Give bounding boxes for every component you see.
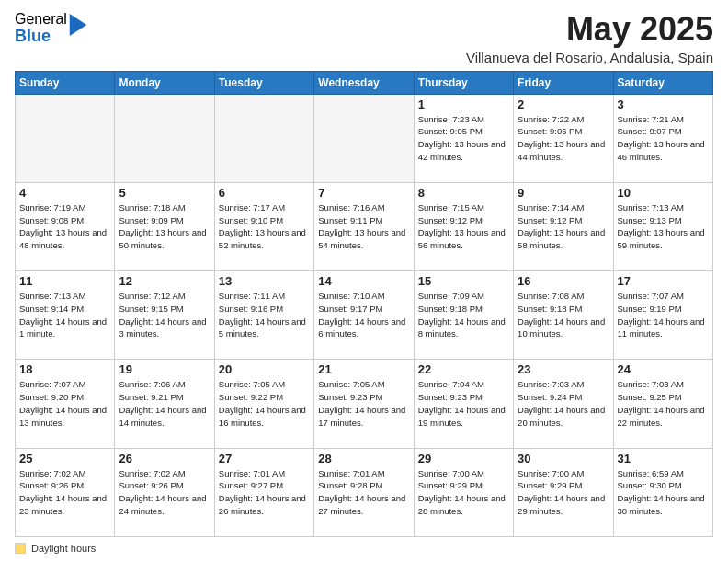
day-number: 13 <box>219 274 310 288</box>
calendar-cell: 16Sunrise: 7:08 AM Sunset: 9:18 PM Dayli… <box>514 271 613 360</box>
calendar-cell: 26Sunrise: 7:02 AM Sunset: 9:26 PM Dayli… <box>115 448 214 536</box>
day-info: Sunrise: 7:15 AM Sunset: 9:12 PM Dayligh… <box>418 201 509 252</box>
day-number: 9 <box>518 186 609 200</box>
day-info: Sunrise: 7:00 AM Sunset: 9:29 PM Dayligh… <box>518 467 609 518</box>
weekday-header-monday: Monday <box>115 71 214 94</box>
day-info: Sunrise: 7:03 AM Sunset: 9:24 PM Dayligh… <box>518 378 609 429</box>
calendar-cell: 1Sunrise: 7:23 AM Sunset: 9:05 PM Daylig… <box>414 94 513 182</box>
calendar-cell: 13Sunrise: 7:11 AM Sunset: 9:16 PM Dayli… <box>214 271 313 360</box>
day-number: 3 <box>618 98 709 111</box>
week-row-1: 1Sunrise: 7:23 AM Sunset: 9:05 PM Daylig… <box>16 94 713 182</box>
weekday-header-wednesday: Wednesday <box>314 71 414 94</box>
day-info: Sunrise: 7:07 AM Sunset: 9:20 PM Dayligh… <box>19 378 110 429</box>
calendar-cell <box>115 94 214 182</box>
calendar-cell: 30Sunrise: 7:00 AM Sunset: 9:29 PM Dayli… <box>514 448 613 536</box>
day-info: Sunrise: 7:05 AM Sunset: 9:23 PM Dayligh… <box>318 378 409 429</box>
daylight-label: Daylight hours <box>31 543 96 554</box>
svg-marker-0 <box>70 14 86 36</box>
day-info: Sunrise: 7:17 AM Sunset: 9:10 PM Dayligh… <box>219 201 310 252</box>
logo-icon <box>69 14 87 36</box>
day-info: Sunrise: 7:09 AM Sunset: 9:18 PM Dayligh… <box>418 290 509 340</box>
day-info: Sunrise: 7:01 AM Sunset: 9:27 PM Dayligh… <box>219 467 310 518</box>
weekday-header-thursday: Thursday <box>414 71 513 94</box>
day-number: 5 <box>119 186 210 200</box>
day-info: Sunrise: 7:13 AM Sunset: 9:14 PM Dayligh… <box>19 290 110 340</box>
day-number: 6 <box>219 186 310 200</box>
week-row-5: 25Sunrise: 7:02 AM Sunset: 9:26 PM Dayli… <box>16 448 713 536</box>
calendar-cell: 17Sunrise: 7:07 AM Sunset: 9:19 PM Dayli… <box>613 271 712 360</box>
calendar-cell: 19Sunrise: 7:06 AM Sunset: 9:21 PM Dayli… <box>115 360 214 448</box>
day-number: 18 <box>19 362 110 376</box>
calendar-cell <box>16 94 115 182</box>
day-number: 8 <box>418 186 509 200</box>
day-number: 21 <box>318 362 409 376</box>
day-info: Sunrise: 7:11 AM Sunset: 9:16 PM Dayligh… <box>219 290 310 340</box>
calendar-cell: 24Sunrise: 7:03 AM Sunset: 9:25 PM Dayli… <box>613 360 712 448</box>
day-number: 24 <box>618 362 709 376</box>
weekday-header-sunday: Sunday <box>16 71 115 94</box>
day-number: 2 <box>518 98 609 111</box>
day-info: Sunrise: 7:05 AM Sunset: 9:22 PM Dayligh… <box>219 378 310 429</box>
calendar-cell: 9Sunrise: 7:14 AM Sunset: 9:12 PM Daylig… <box>514 182 613 270</box>
calendar-cell: 29Sunrise: 7:00 AM Sunset: 9:29 PM Dayli… <box>414 448 513 536</box>
day-info: Sunrise: 7:19 AM Sunset: 9:08 PM Dayligh… <box>19 201 110 252</box>
weekday-header-friday: Friday <box>514 71 613 94</box>
day-number: 4 <box>19 186 110 200</box>
title-block: May 2025 Villanueva del Rosario, Andalus… <box>466 11 713 65</box>
calendar-table: SundayMondayTuesdayWednesdayThursdayFrid… <box>15 71 713 537</box>
calendar-cell: 5Sunrise: 7:18 AM Sunset: 9:09 PM Daylig… <box>115 182 214 270</box>
logo: General Blue <box>15 11 87 45</box>
day-number: 20 <box>219 362 310 376</box>
day-info: Sunrise: 7:16 AM Sunset: 9:11 PM Dayligh… <box>318 201 409 252</box>
day-number: 17 <box>618 274 709 288</box>
day-number: 30 <box>518 452 609 465</box>
day-info: Sunrise: 6:59 AM Sunset: 9:30 PM Dayligh… <box>618 467 709 518</box>
logo-text: General Blue <box>15 11 67 45</box>
calendar-cell: 28Sunrise: 7:01 AM Sunset: 9:28 PM Dayli… <box>314 448 414 536</box>
calendar-cell: 7Sunrise: 7:16 AM Sunset: 9:11 PM Daylig… <box>314 182 414 270</box>
day-info: Sunrise: 7:23 AM Sunset: 9:05 PM Dayligh… <box>418 113 509 164</box>
calendar-cell: 21Sunrise: 7:05 AM Sunset: 9:23 PM Dayli… <box>314 360 414 448</box>
subtitle: Villanueva del Rosario, Andalusia, Spain <box>466 50 713 65</box>
day-info: Sunrise: 7:18 AM Sunset: 9:09 PM Dayligh… <box>119 201 210 252</box>
day-info: Sunrise: 7:12 AM Sunset: 9:15 PM Dayligh… <box>119 290 210 340</box>
day-number: 16 <box>518 274 609 288</box>
logo-blue: Blue <box>15 28 67 46</box>
calendar-cell: 3Sunrise: 7:21 AM Sunset: 9:07 PM Daylig… <box>613 94 712 182</box>
calendar-cell: 4Sunrise: 7:19 AM Sunset: 9:08 PM Daylig… <box>16 182 115 270</box>
day-number: 7 <box>318 186 409 200</box>
day-info: Sunrise: 7:07 AM Sunset: 9:19 PM Dayligh… <box>618 290 709 340</box>
calendar-cell: 22Sunrise: 7:04 AM Sunset: 9:23 PM Dayli… <box>414 360 513 448</box>
calendar-cell: 27Sunrise: 7:01 AM Sunset: 9:27 PM Dayli… <box>214 448 313 536</box>
calendar-cell: 11Sunrise: 7:13 AM Sunset: 9:14 PM Dayli… <box>16 271 115 360</box>
day-info: Sunrise: 7:02 AM Sunset: 9:26 PM Dayligh… <box>19 467 110 518</box>
header: General Blue May 2025 Villanueva del Ros… <box>15 11 713 65</box>
day-number: 14 <box>318 274 409 288</box>
day-info: Sunrise: 7:13 AM Sunset: 9:13 PM Dayligh… <box>618 201 709 252</box>
day-number: 19 <box>119 362 210 376</box>
day-number: 10 <box>618 186 709 200</box>
calendar-cell: 18Sunrise: 7:07 AM Sunset: 9:20 PM Dayli… <box>16 360 115 448</box>
calendar-cell: 14Sunrise: 7:10 AM Sunset: 9:17 PM Dayli… <box>314 271 414 360</box>
day-info: Sunrise: 7:06 AM Sunset: 9:21 PM Dayligh… <box>119 378 210 429</box>
day-number: 11 <box>19 274 110 288</box>
footer: Daylight hours <box>15 543 713 554</box>
day-info: Sunrise: 7:21 AM Sunset: 9:07 PM Dayligh… <box>618 113 709 164</box>
day-info: Sunrise: 7:03 AM Sunset: 9:25 PM Dayligh… <box>618 378 709 429</box>
week-row-2: 4Sunrise: 7:19 AM Sunset: 9:08 PM Daylig… <box>16 182 713 270</box>
calendar-cell: 25Sunrise: 7:02 AM Sunset: 9:26 PM Dayli… <box>16 448 115 536</box>
calendar-cell: 20Sunrise: 7:05 AM Sunset: 9:22 PM Dayli… <box>214 360 313 448</box>
day-info: Sunrise: 7:22 AM Sunset: 9:06 PM Dayligh… <box>518 113 609 164</box>
calendar-cell: 31Sunrise: 6:59 AM Sunset: 9:30 PM Dayli… <box>613 448 712 536</box>
day-info: Sunrise: 7:14 AM Sunset: 9:12 PM Dayligh… <box>518 201 609 252</box>
calendar-cell: 23Sunrise: 7:03 AM Sunset: 9:24 PM Dayli… <box>514 360 613 448</box>
day-number: 28 <box>318 452 409 465</box>
logo-general: General <box>15 11 67 28</box>
day-number: 29 <box>418 452 509 465</box>
day-number: 26 <box>119 452 210 465</box>
month-title: May 2025 <box>466 11 713 48</box>
weekday-header-tuesday: Tuesday <box>214 71 313 94</box>
daylight-indicator <box>15 543 26 554</box>
day-info: Sunrise: 7:04 AM Sunset: 9:23 PM Dayligh… <box>418 378 509 429</box>
calendar-cell: 2Sunrise: 7:22 AM Sunset: 9:06 PM Daylig… <box>514 94 613 182</box>
